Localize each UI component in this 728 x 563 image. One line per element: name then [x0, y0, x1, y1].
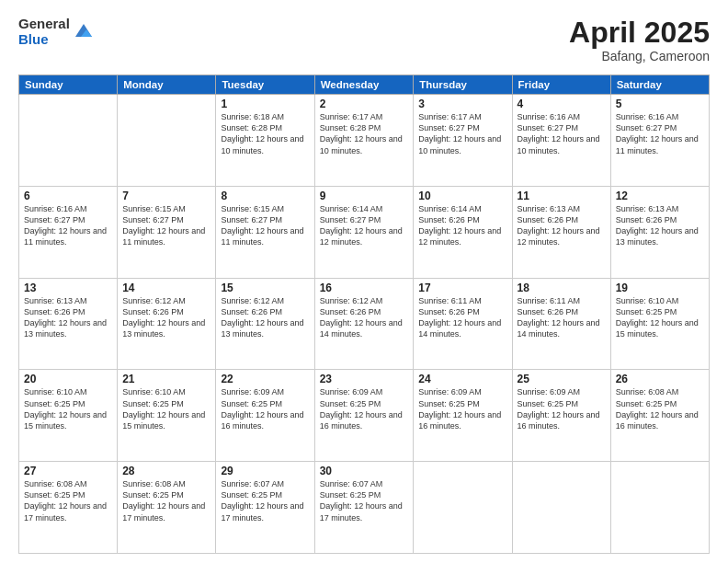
calendar-cell: 24 Sunrise: 6:09 AMSunset: 6:25 PMDaylig…: [414, 370, 512, 462]
calendar-cell: 9 Sunrise: 6:14 AMSunset: 6:27 PMDayligh…: [314, 186, 414, 278]
day-number: 26: [616, 373, 704, 385]
calendar-cell: [118, 95, 216, 187]
day-detail: Sunrise: 6:16 AMSunset: 6:27 PMDaylight:…: [24, 204, 107, 247]
title-block: April 2025 Bafang, Cameroon: [569, 17, 710, 63]
logo-blue: Blue: [18, 32, 70, 48]
day-detail: Sunrise: 6:17 AMSunset: 6:27 PMDaylight:…: [418, 112, 501, 155]
day-detail: Sunrise: 6:15 AMSunset: 6:27 PMDaylight:…: [122, 204, 205, 247]
day-number: 24: [418, 373, 506, 385]
day-detail: Sunrise: 6:13 AMSunset: 6:26 PMDaylight:…: [518, 204, 600, 247]
day-number: 4: [518, 98, 606, 110]
day-detail: Sunrise: 6:10 AMSunset: 6:25 PMDaylight:…: [122, 387, 205, 430]
day-number: 22: [221, 373, 309, 385]
calendar-cell: 23 Sunrise: 6:09 AMSunset: 6:25 PMDaylig…: [314, 370, 414, 462]
day-number: 13: [24, 282, 112, 294]
day-number: 12: [616, 190, 704, 202]
day-number: 11: [518, 190, 606, 202]
logo-text: General Blue: [18, 17, 70, 47]
day-detail: Sunrise: 6:17 AMSunset: 6:28 PMDaylight:…: [320, 112, 403, 155]
day-detail: Sunrise: 6:09 AMSunset: 6:25 PMDaylight:…: [518, 387, 600, 430]
day-number: 9: [320, 190, 409, 202]
calendar-cell: 5 Sunrise: 6:16 AMSunset: 6:27 PMDayligh…: [610, 95, 709, 187]
calendar-week-row: 13 Sunrise: 6:13 AMSunset: 6:26 PMDaylig…: [19, 278, 710, 370]
day-number: 6: [24, 190, 112, 202]
day-detail: Sunrise: 6:10 AMSunset: 6:25 PMDaylight:…: [616, 296, 699, 339]
calendar-cell: [512, 462, 610, 554]
day-detail: Sunrise: 6:09 AMSunset: 6:25 PMDaylight:…: [320, 387, 403, 430]
calendar-cell: 27 Sunrise: 6:08 AMSunset: 6:25 PMDaylig…: [19, 462, 118, 554]
day-number: 10: [418, 190, 506, 202]
day-detail: Sunrise: 6:11 AMSunset: 6:26 PMDaylight:…: [418, 296, 501, 339]
calendar-cell: 18 Sunrise: 6:11 AMSunset: 6:26 PMDaylig…: [512, 278, 610, 370]
calendar-week-row: 6 Sunrise: 6:16 AMSunset: 6:27 PMDayligh…: [19, 186, 710, 278]
day-detail: Sunrise: 6:16 AMSunset: 6:27 PMDaylight:…: [616, 112, 699, 155]
calendar-cell: 1 Sunrise: 6:18 AMSunset: 6:28 PMDayligh…: [216, 95, 314, 187]
calendar-body: 1 Sunrise: 6:18 AMSunset: 6:28 PMDayligh…: [19, 95, 710, 554]
day-number: 8: [221, 190, 309, 202]
calendar-cell: [414, 462, 512, 554]
day-detail: Sunrise: 6:07 AMSunset: 6:25 PMDaylight:…: [221, 479, 303, 522]
day-detail: Sunrise: 6:18 AMSunset: 6:28 PMDaylight:…: [221, 112, 303, 155]
header: General Blue April 2025 Bafang, Cameroon: [18, 17, 710, 63]
calendar-cell: 6 Sunrise: 6:16 AMSunset: 6:27 PMDayligh…: [19, 186, 118, 278]
day-number: 21: [122, 373, 210, 385]
day-number: 1: [221, 98, 309, 110]
day-detail: Sunrise: 6:08 AMSunset: 6:25 PMDaylight:…: [616, 387, 699, 430]
logo: General Blue: [18, 17, 94, 47]
day-number: 18: [518, 282, 606, 294]
calendar-cell: 13 Sunrise: 6:13 AMSunset: 6:26 PMDaylig…: [19, 278, 118, 370]
calendar-week-row: 20 Sunrise: 6:10 AMSunset: 6:25 PMDaylig…: [19, 370, 710, 462]
weekday-header-row: SundayMondayTuesdayWednesdayThursdayFrid…: [19, 75, 710, 95]
day-number: 29: [221, 465, 309, 477]
calendar-cell: 20 Sunrise: 6:10 AMSunset: 6:25 PMDaylig…: [19, 370, 118, 462]
weekday-header: Saturday: [610, 75, 709, 95]
weekday-header: Tuesday: [216, 75, 314, 95]
day-number: 27: [24, 465, 112, 477]
logo-general: General: [18, 17, 70, 32]
day-detail: Sunrise: 6:11 AMSunset: 6:26 PMDaylight:…: [518, 296, 600, 339]
calendar-cell: 14 Sunrise: 6:12 AMSunset: 6:26 PMDaylig…: [118, 278, 216, 370]
day-number: 7: [122, 190, 210, 202]
title-location: Bafang, Cameroon: [569, 49, 710, 63]
day-number: 23: [320, 373, 409, 385]
day-detail: Sunrise: 6:10 AMSunset: 6:25 PMDaylight:…: [24, 387, 107, 430]
day-detail: Sunrise: 6:12 AMSunset: 6:26 PMDaylight:…: [221, 296, 303, 339]
day-number: 5: [616, 98, 704, 110]
day-detail: Sunrise: 6:16 AMSunset: 6:27 PMDaylight:…: [518, 112, 600, 155]
calendar-cell: 29 Sunrise: 6:07 AMSunset: 6:25 PMDaylig…: [216, 462, 314, 554]
day-detail: Sunrise: 6:08 AMSunset: 6:25 PMDaylight:…: [24, 479, 107, 522]
day-detail: Sunrise: 6:12 AMSunset: 6:26 PMDaylight:…: [320, 296, 403, 339]
calendar-cell: 25 Sunrise: 6:09 AMSunset: 6:25 PMDaylig…: [512, 370, 610, 462]
calendar-cell: 30 Sunrise: 6:07 AMSunset: 6:25 PMDaylig…: [314, 462, 414, 554]
calendar-week-row: 1 Sunrise: 6:18 AMSunset: 6:28 PMDayligh…: [19, 95, 710, 187]
day-detail: Sunrise: 6:08 AMSunset: 6:25 PMDaylight:…: [122, 479, 205, 522]
day-detail: Sunrise: 6:09 AMSunset: 6:25 PMDaylight:…: [221, 387, 303, 430]
day-number: 3: [418, 98, 506, 110]
calendar-cell: 3 Sunrise: 6:17 AMSunset: 6:27 PMDayligh…: [414, 95, 512, 187]
calendar-header: SundayMondayTuesdayWednesdayThursdayFrid…: [19, 75, 710, 95]
calendar-cell: 11 Sunrise: 6:13 AMSunset: 6:26 PMDaylig…: [512, 186, 610, 278]
logo-icon: [74, 20, 94, 40]
calendar-table: SundayMondayTuesdayWednesdayThursdayFrid…: [18, 75, 710, 554]
calendar-cell: 28 Sunrise: 6:08 AMSunset: 6:25 PMDaylig…: [118, 462, 216, 554]
day-detail: Sunrise: 6:07 AMSunset: 6:25 PMDaylight:…: [320, 479, 403, 522]
calendar-cell: [19, 95, 118, 187]
weekday-header: Sunday: [19, 75, 118, 95]
day-number: 30: [320, 465, 409, 477]
calendar-cell: 2 Sunrise: 6:17 AMSunset: 6:28 PMDayligh…: [314, 95, 414, 187]
day-number: 15: [221, 282, 309, 294]
day-number: 19: [616, 282, 704, 294]
calendar-cell: 10 Sunrise: 6:14 AMSunset: 6:26 PMDaylig…: [414, 186, 512, 278]
calendar-cell: 15 Sunrise: 6:12 AMSunset: 6:26 PMDaylig…: [216, 278, 314, 370]
weekday-header: Thursday: [414, 75, 512, 95]
calendar-cell: 16 Sunrise: 6:12 AMSunset: 6:26 PMDaylig…: [314, 278, 414, 370]
day-detail: Sunrise: 6:14 AMSunset: 6:27 PMDaylight:…: [320, 204, 403, 247]
day-number: 16: [320, 282, 409, 294]
weekday-header: Monday: [118, 75, 216, 95]
calendar-cell: 22 Sunrise: 6:09 AMSunset: 6:25 PMDaylig…: [216, 370, 314, 462]
calendar-cell: 4 Sunrise: 6:16 AMSunset: 6:27 PMDayligh…: [512, 95, 610, 187]
calendar-cell: [610, 462, 709, 554]
day-detail: Sunrise: 6:09 AMSunset: 6:25 PMDaylight:…: [418, 387, 501, 430]
weekday-header: Friday: [512, 75, 610, 95]
title-month: April 2025: [569, 17, 710, 49]
